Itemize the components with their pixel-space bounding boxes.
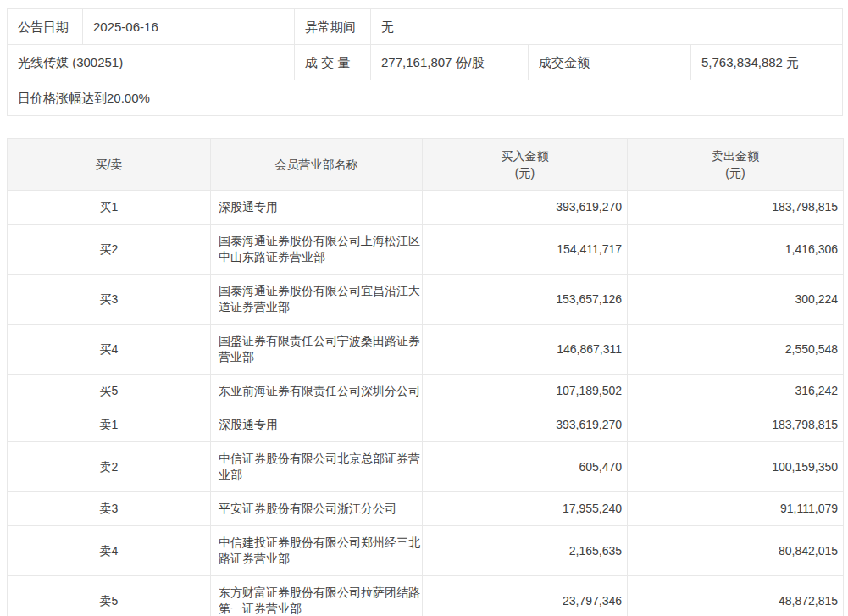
broker-name: 国泰海通证券股份有限公司宜昌沿江大道证券营业部 bbox=[211, 275, 423, 325]
row-side: 卖3 bbox=[8, 492, 211, 526]
buy-amount: 393,619,270 bbox=[423, 191, 628, 225]
buy-amount: 17,955,240 bbox=[423, 492, 628, 526]
table-row: 买4 国盛证券有限责任公司宁波桑田路证券营业部 146,867,311 2,55… bbox=[8, 325, 844, 375]
broker-name: 中信证券股份有限公司北京总部证券营业部 bbox=[211, 442, 423, 492]
summary-row-date: 公告日期 2025-06-16 异常期间 无 bbox=[8, 9, 842, 45]
broker-name: 深股通专用 bbox=[211, 191, 423, 225]
col-header-broker-label: 会员营业部名称 bbox=[275, 158, 358, 171]
buy-amount: 154,411,717 bbox=[423, 225, 628, 275]
stock-name: 光线传媒 (300251) bbox=[8, 45, 295, 80]
table-row: 买3 国泰海通证券股份有限公司宜昌沿江大道证券营业部 153,657,126 3… bbox=[8, 275, 844, 325]
volume-value: 277,161,807 份/股 bbox=[371, 45, 529, 80]
sell-amount: 80,842,015 bbox=[628, 526, 844, 576]
row-side: 卖2 bbox=[8, 442, 211, 492]
sell-amount: 100,159,350 bbox=[628, 442, 844, 492]
table-row: 卖3 平安证券股份有限公司浙江分公司 17,955,240 91,111,079 bbox=[8, 492, 844, 526]
broker-name: 国泰海通证券股份有限公司上海松江区中山东路证券营业部 bbox=[211, 225, 423, 275]
table-row: 卖4 中信建投证券股份有限公司郑州经三北路证券营业部 2,165,635 80,… bbox=[8, 526, 844, 576]
table-row: 买5 东亚前海证券有限责任公司深圳分公司 107,189,502 316,242 bbox=[8, 375, 844, 408]
summary-row-reason: 日价格涨幅达到20.00% bbox=[8, 80, 842, 116]
col-header-sell: 卖出金额 (元) bbox=[628, 139, 844, 191]
price-change-note: 日价格涨幅达到20.00% bbox=[8, 80, 842, 115]
sell-amount: 183,798,815 bbox=[628, 408, 844, 442]
table-row: 卖5 东方财富证券股份有限公司拉萨团结路第一证券营业部 23,797,346 4… bbox=[8, 576, 844, 616]
summary-row-stock: 光线传媒 (300251) 成 交 量 277,161,807 份/股 成交金额… bbox=[8, 45, 842, 80]
table-row: 卖1 深股通专用 393,619,270 183,798,815 bbox=[8, 408, 844, 442]
row-side: 买4 bbox=[8, 325, 211, 375]
table-header-row: 买/卖 会员营业部名称 买入金额 (元) 卖出金额 (元) bbox=[8, 139, 844, 191]
col-header-side-label: 买/卖 bbox=[96, 158, 123, 171]
broker-name: 东方财富证券股份有限公司拉萨团结路第一证券营业部 bbox=[211, 576, 423, 616]
turnover-value: 5,763,834,882 元 bbox=[691, 45, 842, 80]
abnormal-period-value: 无 bbox=[371, 9, 842, 44]
row-side: 卖5 bbox=[8, 576, 211, 616]
buy-amount: 153,657,126 bbox=[423, 275, 628, 325]
table-row: 买2 国泰海通证券股份有限公司上海松江区中山东路证券营业部 154,411,71… bbox=[8, 225, 844, 275]
sell-amount: 48,872,815 bbox=[628, 576, 844, 616]
announce-date-value: 2025-06-16 bbox=[83, 9, 295, 44]
buy-amount: 23,797,346 bbox=[423, 576, 628, 616]
sell-amount: 316,242 bbox=[628, 375, 844, 408]
sell-amount: 1,416,306 bbox=[628, 225, 844, 275]
broker-name: 东亚前海证券有限责任公司深圳分公司 bbox=[211, 375, 423, 408]
abnormal-period-label: 异常期间 bbox=[295, 9, 371, 44]
announce-date-label: 公告日期 bbox=[8, 9, 83, 44]
col-header-buy-label: 买入金额 bbox=[502, 149, 549, 163]
row-side: 买3 bbox=[8, 275, 211, 325]
row-side: 买5 bbox=[8, 375, 211, 408]
col-header-broker: 会员营业部名称 bbox=[211, 139, 423, 191]
broker-name: 国盛证券有限责任公司宁波桑田路证券营业部 bbox=[211, 325, 423, 375]
lhb-table: 买/卖 会员营业部名称 买入金额 (元) 卖出金额 (元) 买1 深股通专用 3… bbox=[7, 138, 844, 616]
volume-label: 成 交 量 bbox=[295, 45, 371, 80]
buy-amount: 2,165,635 bbox=[423, 526, 628, 576]
col-header-sell-unit: (元) bbox=[725, 166, 745, 180]
table-row: 卖2 中信证券股份有限公司北京总部证券营业部 605,470 100,159,3… bbox=[8, 442, 844, 492]
buy-amount: 605,470 bbox=[423, 442, 628, 492]
broker-name: 深股通专用 bbox=[211, 408, 423, 442]
row-side: 买1 bbox=[8, 191, 211, 225]
col-header-buy: 买入金额 (元) bbox=[423, 139, 628, 191]
buy-amount: 146,867,311 bbox=[423, 325, 628, 375]
col-header-buy-unit: (元) bbox=[515, 166, 535, 180]
broker-name: 中信建投证券股份有限公司郑州经三北路证券营业部 bbox=[211, 526, 423, 576]
sell-amount: 300,224 bbox=[628, 275, 844, 325]
col-header-side: 买/卖 bbox=[8, 139, 211, 191]
row-side: 卖1 bbox=[8, 408, 211, 442]
col-header-sell-label: 卖出金额 bbox=[712, 149, 759, 163]
summary-block: 公告日期 2025-06-16 异常期间 无 光线传媒 (300251) 成 交… bbox=[7, 8, 843, 116]
row-side: 买2 bbox=[8, 225, 211, 275]
broker-name: 平安证券股份有限公司浙江分公司 bbox=[211, 492, 423, 526]
sell-amount: 91,111,079 bbox=[628, 492, 844, 526]
page-content: 公告日期 2025-06-16 异常期间 无 光线传媒 (300251) 成 交… bbox=[7, 8, 843, 616]
sell-amount: 183,798,815 bbox=[628, 191, 844, 225]
turnover-label: 成交金额 bbox=[529, 45, 691, 80]
buy-amount: 107,189,502 bbox=[423, 375, 628, 408]
table-row: 买1 深股通专用 393,619,270 183,798,815 bbox=[8, 191, 844, 225]
buy-amount: 393,619,270 bbox=[423, 408, 628, 442]
sell-amount: 2,550,548 bbox=[628, 325, 844, 375]
row-side: 卖4 bbox=[8, 526, 211, 576]
